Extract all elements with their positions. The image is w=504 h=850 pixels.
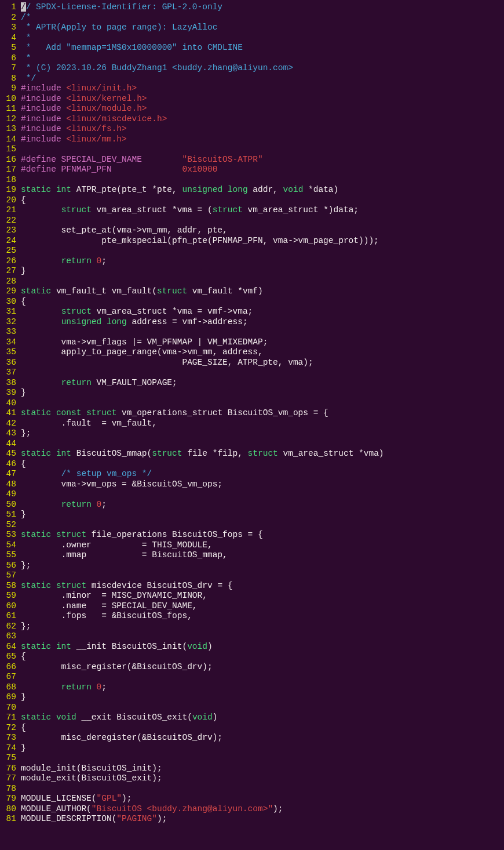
code-line[interactable]: static void __exit BiscuitOS_exit(void): [21, 713, 504, 723]
code-line[interactable]: [21, 571, 504, 581]
code-line[interactable]: }: [21, 388, 504, 398]
code-line[interactable]: [21, 398, 504, 409]
code-line[interactable]: struct vm_area_struct *vma = vmf->vma;: [21, 307, 504, 317]
code-line[interactable]: #include <linux/init.h>: [21, 83, 504, 94]
code-line[interactable]: /* setup vm_ops */: [21, 469, 504, 480]
code-line[interactable]: MODULE_AUTHOR("BiscuitOS <buddy.zhang@al…: [21, 804, 504, 815]
code-token: );: [273, 804, 283, 813]
code-line[interactable]: .fops = &BiscuitOS_fops,: [21, 611, 504, 622]
code-line[interactable]: {: [21, 652, 504, 662]
code-line[interactable]: [21, 672, 504, 682]
code-token: struct: [157, 286, 187, 296]
code-line[interactable]: };: [21, 561, 504, 571]
code-line[interactable]: *: [21, 53, 504, 64]
code-area[interactable]: // SPDX-License-Identifier: GPL-2.0-only…: [17, 2, 504, 824]
code-line[interactable]: };: [21, 428, 504, 439]
code-line[interactable]: return VM_FAULT_NOPAGE;: [21, 378, 504, 388]
code-line[interactable]: #include <linux/module.h>: [21, 104, 504, 114]
code-line[interactable]: [21, 703, 504, 713]
code-line[interactable]: static int BiscuitOS_mmap(struct file *f…: [21, 449, 504, 459]
code-line[interactable]: pte_mkspecial(pfn_pte(PFNMAP_PFN, vma->v…: [21, 236, 504, 246]
code-line[interactable]: * (C) 2023.10.26 BuddyZhang1 <buddy.zhan…: [21, 63, 504, 74]
code-line[interactable]: misc_deregister(&BiscuitOS_drv);: [21, 733, 504, 743]
code-line[interactable]: [21, 246, 504, 256]
code-line[interactable]: PAGE_SIZE, ATPR_pte, vma);: [21, 358, 504, 368]
code-token: ): [213, 713, 218, 722]
code-line[interactable]: #include <linux/fs.h>: [21, 124, 504, 135]
code-token: struct: [213, 205, 243, 215]
code-line[interactable]: [21, 327, 504, 337]
code-line[interactable]: }: [21, 266, 504, 277]
line-number: 68: [0, 682, 16, 693]
code-line[interactable]: .name = SPECIAL_DEV_NAME,: [21, 601, 504, 612]
code-token: struct: [61, 205, 92, 215]
code-line[interactable]: static int ATPR_pte(pte_t *pte, unsigned…: [21, 185, 504, 195]
code-line[interactable]: [21, 144, 504, 155]
code-token: int: [56, 185, 71, 194]
code-line[interactable]: /*: [21, 13, 504, 23]
code-line[interactable]: [21, 216, 504, 226]
code-line[interactable]: return 0;: [21, 256, 504, 267]
code-token: [21, 682, 61, 692]
code-line[interactable]: .minor = MISC_DYNAMIC_MINOR,: [21, 591, 504, 601]
code-line[interactable]: .fault = vm_fault,: [21, 419, 504, 429]
code-line[interactable]: static const struct vm_operations_struct…: [21, 408, 504, 419]
code-line[interactable]: unsigned long address = vmf->address;: [21, 317, 504, 328]
code-line[interactable]: misc_register(&BiscuitOS_drv);: [21, 662, 504, 673]
line-number: 73: [0, 733, 16, 743]
code-line[interactable]: MODULE_DESCRIPTION("PAGING");: [21, 814, 504, 824]
code-line[interactable]: }: [21, 510, 504, 520]
line-number: 25: [0, 246, 16, 256]
line-number: 66: [0, 662, 16, 673]
code-line[interactable]: {: [21, 297, 504, 307]
line-number: 60: [0, 601, 16, 612]
code-line[interactable]: apply_to_page_range(vma->vm_mm, address,: [21, 347, 504, 358]
line-number: 21: [0, 205, 16, 216]
line-number: 27: [0, 266, 16, 277]
code-line[interactable]: #define PFNMAP_PFN 0x10000: [21, 165, 504, 175]
code-line[interactable]: }: [21, 692, 504, 703]
code-line[interactable]: MODULE_LICENSE("GPL");: [21, 794, 504, 804]
code-line[interactable]: module_init(BiscuitOS_init);: [21, 764, 504, 774]
code-line[interactable]: vma->vm_flags |= VM_PFNMAP | VM_MIXEDMAP…: [21, 337, 504, 348]
code-line[interactable]: [21, 784, 504, 794]
code-line[interactable]: .owner = THIS_MODULE,: [21, 540, 504, 551]
code-line[interactable]: static int __init BiscuitOS_init(void): [21, 642, 504, 652]
code-line[interactable]: [21, 489, 504, 500]
code-line[interactable]: {: [21, 459, 504, 470]
code-line[interactable]: * APTR(Apply to page range): LazyAlloc: [21, 23, 504, 33]
code-line[interactable]: vma->vm_ops = &BiscuitOS_vm_ops;: [21, 480, 504, 490]
code-line[interactable]: };: [21, 622, 504, 632]
code-line[interactable]: #include <linux/mm.h>: [21, 135, 504, 145]
code-line[interactable]: [21, 631, 504, 642]
code-line[interactable]: #include <linux/miscdevice.h>: [21, 114, 504, 125]
code-line[interactable]: // SPDX-License-Identifier: GPL-2.0-only: [21, 2, 504, 13]
code-line[interactable]: [21, 368, 504, 378]
code-line[interactable]: .mmap = BiscuitOS_mmap,: [21, 550, 504, 561]
code-token: file *filp,: [182, 449, 247, 458]
code-line[interactable]: struct vm_area_struct *vma = (struct vm_…: [21, 205, 504, 216]
code-line[interactable]: static struct file_operations BiscuitOS_…: [21, 530, 504, 540]
code-line[interactable]: *: [21, 33, 504, 43]
code-editor[interactable]: 1234567891011121314151617181920212223242…: [0, 0, 504, 824]
code-line[interactable]: static struct miscdevice BiscuitOS_drv =…: [21, 581, 504, 591]
code-line[interactable]: [21, 520, 504, 531]
code-line[interactable]: [21, 277, 504, 287]
code-token: [222, 185, 228, 194]
code-line[interactable]: */: [21, 74, 504, 84]
line-number: 41: [0, 408, 16, 419]
code-line[interactable]: [21, 439, 504, 449]
code-line[interactable]: }: [21, 743, 504, 754]
code-line[interactable]: #define SPECIAL_DEV_NAME "BiscuitOS-ATPR…: [21, 155, 504, 165]
code-line[interactable]: return 0;: [21, 682, 504, 693]
code-line[interactable]: [21, 753, 504, 764]
code-line[interactable]: module_exit(BiscuitOS_exit);: [21, 773, 504, 784]
code-line[interactable]: * Add "memmap=1M$0x10000000" into CMDLIN…: [21, 43, 504, 53]
code-line[interactable]: {: [21, 723, 504, 733]
code-line[interactable]: {: [21, 195, 504, 206]
code-line[interactable]: [21, 175, 504, 186]
code-line[interactable]: #include <linux/kernel.h>: [21, 94, 504, 104]
code-line[interactable]: return 0;: [21, 500, 504, 510]
code-line[interactable]: static vm_fault_t vm_fault(struct vm_fau…: [21, 286, 504, 297]
code-line[interactable]: set_pte_at(vma->vm_mm, addr, pte,: [21, 226, 504, 236]
